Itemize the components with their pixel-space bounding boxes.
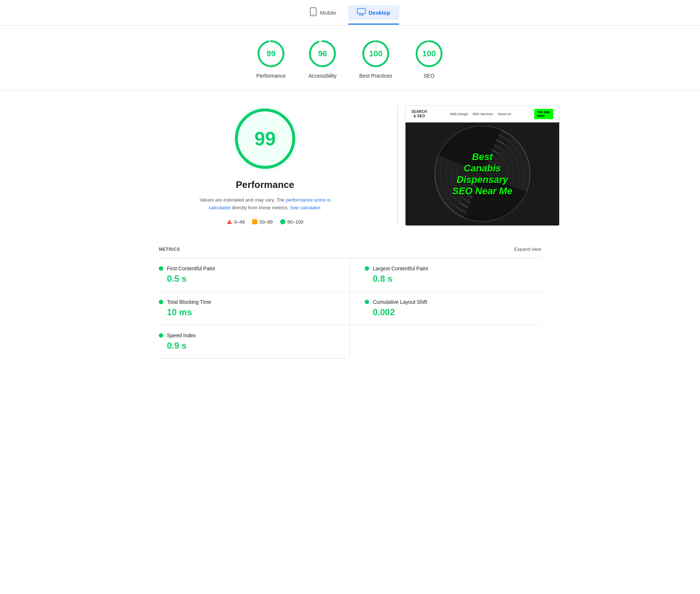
expand-view-button[interactable]: Expand view (514, 246, 541, 252)
screenshot-nav: SEARCH& SEO Web Design SEO Services Abou… (406, 106, 559, 122)
metric-si-dot (159, 333, 163, 338)
svg-point-1 (313, 14, 314, 15)
score-circle-seo: 100 (414, 39, 444, 68)
nav-link-about: About Us (497, 112, 511, 116)
big-performance-score: 99 (254, 128, 276, 150)
metric-lcp-label: Largest Contentful Paint (373, 266, 428, 271)
pass-icon (280, 219, 285, 224)
metric-fcp: First Contentful Paint 0.5 s (159, 258, 350, 292)
score-item-performance[interactable]: 99 Performance (256, 39, 286, 79)
metric-cls-label: Cumulative Layout Shift (373, 299, 427, 305)
score-circle-best-practices: 100 (361, 39, 390, 68)
screenshot-cta-btn: 702-348-0063 (534, 109, 553, 119)
big-performance-circle: 99 (232, 106, 298, 172)
metric-cls: Cumulative Layout Shift 0.002 (350, 292, 541, 325)
metric-cls-value: 0.002 (365, 307, 541, 317)
metric-si-header: Speed Index (159, 332, 335, 338)
metric-si-label: Speed Index (167, 332, 196, 338)
metrics-header-row: METRICS Expand view (159, 241, 541, 258)
tab-mobile[interactable]: Mobile (301, 4, 345, 21)
screenshot-nav-links: Web Design SEO Services About Us (450, 112, 511, 116)
seo-score: 100 (422, 49, 436, 58)
metric-lcp-dot (365, 266, 369, 271)
legend-item-average: 50–89 (252, 219, 273, 225)
metric-fcp-header: First Contentful Paint (159, 266, 335, 271)
metric-fcp-value: 0.5 s (159, 274, 335, 284)
main-content: 99 Performance Values are estimated and … (111, 91, 589, 241)
metrics-section: METRICS Expand view First Contentful Pai… (129, 241, 571, 359)
mobile-icon (310, 7, 317, 18)
seo-label: SEO (424, 73, 435, 79)
screenshot-frame: SEARCH& SEO Web Design SEO Services Abou… (405, 106, 560, 226)
accessibility-label: Accessibility (308, 73, 336, 79)
score-circle-performance: 99 (256, 39, 286, 68)
metric-si: Speed Index 0.9 s (159, 325, 350, 359)
calculator-link[interactable]: See calculator. (290, 205, 321, 210)
fail-icon (227, 220, 232, 224)
metric-si-value: 0.9 s (159, 341, 335, 351)
pass-range: 90–100 (288, 219, 303, 225)
metrics-grid: First Contentful Paint 0.5 s Largest Con… (159, 258, 541, 359)
score-item-best-practices[interactable]: 100 Best Practices (359, 39, 392, 79)
metric-tbt-label: Total Blocking Time (167, 299, 211, 305)
metrics-title: METRICS (159, 247, 180, 252)
hero-text: BestCanabisDispensarySEO Near Me (452, 151, 512, 197)
metric-cls-header: Cumulative Layout Shift (365, 299, 541, 305)
legend-item-pass: 90–100 (280, 219, 303, 225)
metric-lcp: Largest Contentful Paint 0.8 s (350, 258, 541, 292)
tab-desktop[interactable]: Desktop (348, 5, 399, 20)
best-practices-label: Best Practices (359, 73, 392, 79)
tab-mobile-label: Mobile (320, 10, 336, 16)
fail-range: 0–49 (234, 219, 245, 225)
score-circle-accessibility: 96 (308, 39, 337, 68)
tab-desktop-label: Desktop (369, 10, 390, 16)
vertical-divider (397, 106, 398, 226)
metric-tbt-header: Total Blocking Time (159, 299, 335, 305)
average-range: 50–89 (260, 219, 273, 225)
screenshot-mockup: SEARCH& SEO Web Design SEO Services Abou… (406, 106, 559, 225)
nav-link-webdesign: Web Design (450, 112, 468, 116)
metric-tbt-dot (159, 300, 163, 304)
legend-item-fail: 0–49 (227, 219, 245, 225)
tab-bar: Mobile Desktop (0, 0, 700, 26)
legend: 0–49 50–89 90–100 (227, 219, 303, 225)
accessibility-score: 96 (318, 49, 327, 58)
metric-fcp-label: First Contentful Paint (167, 266, 215, 271)
metric-lcp-value: 0.8 s (365, 274, 541, 284)
metric-cls-dot (365, 300, 369, 304)
screenshot-logo: SEARCH& SEO (411, 110, 427, 118)
best-practices-score: 100 (369, 49, 383, 58)
screenshot-hero: BestCanabisDispensarySEO Near Me (406, 122, 559, 225)
metric-tbt: Total Blocking Time 10 ms (159, 292, 350, 325)
left-panel: 99 Performance Values are estimated and … (140, 106, 390, 226)
svg-rect-2 (357, 8, 365, 14)
nav-link-seo: SEO Services (472, 112, 493, 116)
scores-section: 99 Performance 96 Accessibility 100 Best… (0, 26, 700, 91)
desktop-icon (357, 8, 366, 17)
metric-lcp-header: Largest Contentful Paint (365, 266, 541, 271)
performance-score: 99 (267, 49, 275, 58)
metric-tbt-value: 10 ms (159, 307, 335, 317)
average-icon (252, 219, 257, 224)
performance-label: Performance (256, 73, 286, 79)
metric-fcp-dot (159, 266, 163, 271)
score-item-seo[interactable]: 100 SEO (414, 39, 444, 79)
right-panel: SEARCH& SEO Web Design SEO Services Abou… (405, 106, 560, 226)
score-description: Values are estimated and may vary. The p… (192, 196, 339, 212)
score-item-accessibility[interactable]: 96 Accessibility (308, 39, 337, 79)
big-performance-label: Performance (236, 179, 294, 191)
